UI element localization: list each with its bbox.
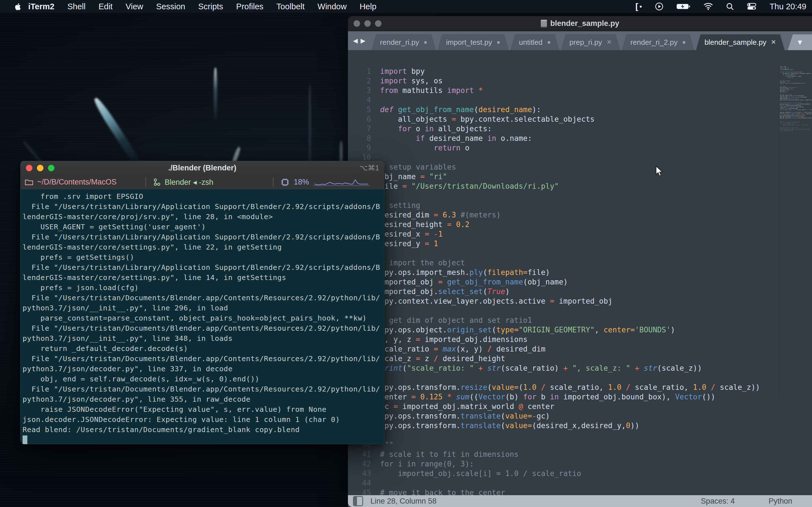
code-line[interactable]: bpy.context.view_layer.objects.active = …: [779, 99, 812, 101]
code-line[interactable]: 35center = 0.125 * sum((Vector(b) for b …: [348, 392, 812, 402]
tab-prep_ri.py[interactable]: prep_ri.py✕: [561, 34, 620, 50]
menu-item-shell[interactable]: Shell: [67, 2, 86, 11]
code-line[interactable]: 26: [348, 306, 812, 316]
tab-untitled[interactable]: untitled●: [510, 34, 559, 50]
menu-item-toolbelt[interactable]: Toolbelt: [276, 2, 305, 11]
code-line[interactable]: 20: [348, 248, 812, 258]
tab-render_ri.py[interactable]: render_ri.py●: [371, 34, 436, 50]
code-line[interactable]: 6 all_objects = bpy.context.selectable_o…: [348, 114, 812, 124]
menu-item-iterm2[interactable]: iTerm2: [28, 2, 54, 11]
terminal-line: File "/Users/tristan/Documents/Blender.a…: [22, 323, 384, 333]
editor-title-bar[interactable]: blender_sample.py: [348, 16, 812, 31]
code-line[interactable]: 18desired_x = -1: [348, 229, 812, 239]
tab-overflow-button[interactable]: ▼: [788, 34, 812, 50]
code-line[interactable]: 38bpy.ops.transform.translate(value=(des…: [348, 421, 812, 431]
editor-minimap[interactable]: import bpyimport sys, osfrom mathutils i…: [779, 66, 812, 398]
tab-import_test.py[interactable]: import_test.py●: [438, 34, 509, 50]
menu-item-scripts[interactable]: Scripts: [198, 2, 223, 11]
editor-status-bar: Line 28, Column 58 Spaces: 4 Python: [348, 495, 812, 507]
menu-item-window[interactable]: Window: [317, 2, 347, 11]
code-line[interactable]: 2import sys, os: [348, 76, 812, 86]
terminal-title-bar[interactable]: ./Blender (Blender) ⌥⌘1: [20, 161, 384, 175]
terminal-line: lenderGIS-master/core/settings.py", line…: [22, 272, 384, 283]
menu-item-edit[interactable]: Edit: [98, 2, 112, 11]
code-line[interactable]: 43 imported_obj.scale[i] = 1.0 / scale_r…: [348, 469, 812, 478]
code-line[interactable]: 17desired_height = 0.2: [348, 220, 812, 229]
tab-scroll-left-icon[interactable]: ◀: [353, 37, 358, 45]
code-line[interactable]: 33: [348, 373, 812, 383]
code-line[interactable]: 34bpy.ops.transform.resize(value=(1.0 / …: [348, 383, 812, 392]
code-line[interactable]: 45# move it back to the center: [348, 488, 812, 495]
menu-item-help[interactable]: Help: [359, 2, 376, 11]
code-line[interactable]: imported_obj.scale[i] = 1.0 / scale_rati…: [779, 124, 812, 126]
code-line[interactable]: 16desired_dim = 6.3 #(meters): [348, 210, 812, 220]
code-line[interactable]: 3from mathutils import *: [348, 86, 812, 95]
apple-menu[interactable]: [14, 3, 21, 10]
code-line[interactable]: 23imported_obj = get_obj_from_name(obj_n…: [348, 277, 812, 287]
sidebar-toggle-icon[interactable]: [353, 496, 363, 506]
code-line[interactable]: bpy.ops.transform.translate(value=(desir…: [779, 117, 812, 119]
code-line[interactable]: 21# import the object: [348, 258, 812, 268]
code-line[interactable]: 32print("scale_ratio: " + str(scale_rati…: [348, 363, 812, 373]
code-line[interactable]: 1import bpy: [348, 66, 812, 76]
control-center-icon[interactable]: [747, 0, 756, 13]
code-line[interactable]: 5def get_obj_from_name(desired_name):: [348, 105, 812, 114]
code-line[interactable]: 14: [348, 191, 812, 201]
spotlight-search-icon[interactable]: [726, 0, 734, 13]
tab-label: untitled: [519, 38, 543, 47]
tab-render_ri_2.py[interactable]: render_ri_2.py●: [622, 34, 695, 50]
screen-capture-icon[interactable]: [●: [636, 0, 642, 13]
tab-label: prep_ri.py: [569, 38, 602, 47]
code-line[interactable]: 12obj_name = "ri": [348, 172, 812, 181]
code-line[interactable]: 29x, y, z = imported_obj.dimensions: [348, 335, 812, 344]
code-line[interactable]: 22bpy.ops.import_mesh.ply(filepath=file): [348, 268, 812, 277]
code-line[interactable]: 8 if desired_name in o.name:: [348, 133, 812, 143]
code-line[interactable]: 11# setup variables: [348, 162, 812, 172]
code-line[interactable]: 9 return o: [348, 143, 812, 153]
code-line[interactable]: 31scale_z = z / desired_height: [348, 354, 812, 363]
cwd-component[interactable]: ~/D/B/Contents/MacOS: [20, 178, 146, 186]
terminal-line: parse_constant=parse_constant, object_pa…: [22, 313, 384, 323]
code-line[interactable]: 27# get dim of object and set ratio1: [348, 316, 812, 325]
code-editor-area[interactable]: 1import bpy2import sys, os3from mathutil…: [348, 66, 812, 495]
code-line[interactable]: 30scale_ratio = max(x, y) / desired_dim: [348, 344, 812, 354]
code-line[interactable]: 44: [348, 478, 812, 488]
code-line[interactable]: 36gc = imported_obj.matrix_world @ cente…: [348, 402, 812, 411]
job-component[interactable]: Blender ◂ -zsh: [146, 178, 273, 187]
syntax-setting[interactable]: Python: [769, 497, 792, 506]
code-line[interactable]: 41# scale it to fit in dimensions: [348, 450, 812, 459]
battery-charging-icon[interactable]: [676, 0, 691, 13]
play-circle-icon[interactable]: [655, 0, 663, 13]
code-line[interactable]: 7 for o in all_objects:: [348, 124, 812, 133]
indentation-setting[interactable]: Spaces: 4: [701, 497, 735, 506]
menu-item-view[interactable]: View: [125, 2, 143, 11]
mouse-cursor: [656, 166, 665, 178]
tab-scroll-right-icon[interactable]: ▶: [361, 37, 365, 45]
code-line[interactable]: 19desired_y = 1: [348, 239, 812, 248]
tab-close-icon[interactable]: ✕: [606, 39, 612, 46]
terminal-output-area[interactable]: from .srv import EPSGIO File "/Users/tri…: [20, 189, 384, 444]
menu-item-profiles[interactable]: Profiles: [236, 2, 264, 11]
code-line[interactable]: 40""": [348, 440, 812, 450]
code-line[interactable]: print("scale_ratio: " + str(scale_ratio)…: [779, 109, 812, 110]
code-line[interactable]: 28bpy.ops.object.origin_set(type="ORIGIN…: [348, 325, 812, 335]
tab-close-icon[interactable]: ✕: [771, 39, 776, 46]
menu-bar-clock[interactable]: Thu 20:49: [769, 2, 806, 11]
tab-label: blender_sample.py: [705, 38, 767, 47]
cpu-component[interactable]: 18%: [273, 178, 370, 186]
code-line[interactable]: 37bpy.ops.transform.translate(value=-gc): [348, 411, 812, 421]
code-line[interactable]: 25bpy.context.view_layer.objects.active …: [348, 296, 812, 306]
code-line[interactable]: 39: [348, 431, 812, 440]
code-line[interactable]: for i in range(0, 4):: [779, 130, 812, 131]
code-line[interactable]: 42for i in range(0, 3):: [348, 459, 812, 469]
code-line[interactable]: 24imported_obj.select_set(True): [348, 287, 812, 296]
menu-item-session[interactable]: Session: [156, 2, 185, 11]
code-line[interactable]: 4: [348, 95, 812, 105]
code-line[interactable]: 15# setting: [348, 201, 812, 210]
terminal-line: python3.7/json/decoder.py", line 337, in…: [22, 363, 384, 374]
tab-blender_sample.py[interactable]: blender_sample.py✕: [696, 34, 784, 50]
terminal-line: lenderGIS-master/core/settings.py", line…: [22, 242, 384, 252]
wifi-icon[interactable]: [703, 0, 713, 13]
code-line[interactable]: 10: [348, 153, 812, 162]
code-line[interactable]: 13file = "/Users/tristan/Downloads/ri.pl…: [348, 181, 812, 191]
